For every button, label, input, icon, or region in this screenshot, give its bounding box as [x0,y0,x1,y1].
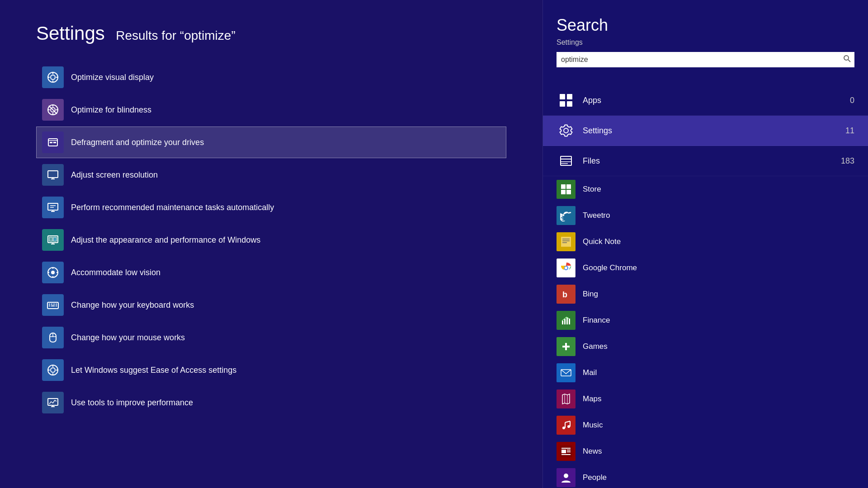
svg-rect-66 [561,184,566,189]
svg-rect-40 [56,304,57,305]
search-submit-button[interactable] [844,55,851,64]
svg-rect-105 [561,454,571,455]
apps-icon [557,91,576,110]
result-label-3: Defragment and optimize your drives [71,138,204,147]
search-panel-title: Search [557,16,854,35]
result-item-4[interactable]: Adjust screen resolution [36,159,506,191]
result-item-7[interactable]: Accommodate low vision [36,257,506,288]
category-item-files[interactable]: Files 183 [543,146,868,176]
result-label-11: Use tools to improve performance [71,398,193,408]
svg-rect-88 [560,367,572,379]
svg-rect-70 [561,237,571,247]
apps-label: Apps [583,96,850,105]
result-item-10[interactable]: Let Windows suggest Ease of Access setti… [36,354,506,386]
svg-rect-26 [49,237,52,241]
svg-rect-80 [560,314,572,326]
news-label: News [583,447,602,456]
search-input[interactable] [557,52,854,67]
svg-rect-15 [50,142,52,143]
bing-icon: b [557,285,576,304]
news-icon [557,442,576,461]
store-icon [557,180,576,199]
app-item-people[interactable]: People [543,465,868,488]
page-title: Settings [36,23,105,44]
svg-rect-58 [567,94,572,99]
result-icon-1 [42,66,64,88]
app-item-maps[interactable]: Maps [543,386,868,412]
result-icon-9 [42,327,64,348]
svg-point-1 [51,75,55,80]
svg-rect-103 [567,450,571,450]
app-item-chrome[interactable]: Google Chrome [543,255,868,281]
title-row: Settings Results for “optimize” [36,23,506,48]
category-item-settings[interactable]: Settings 11 [543,116,868,146]
tweetro-icon [557,206,576,225]
svg-rect-90 [560,393,572,405]
svg-text:b: b [562,290,567,299]
svg-rect-101 [561,448,571,449]
search-input-container [557,52,854,67]
app-item-tweetro[interactable]: Tweetro [543,202,868,229]
svg-rect-20 [48,203,58,210]
result-item-1[interactable]: Optimize visual display [36,61,506,93]
app-item-music[interactable]: Music [543,412,868,438]
svg-rect-62 [561,156,571,165]
result-item-11[interactable]: Use tools to improve performance [36,387,506,418]
svg-rect-57 [560,94,565,99]
app-item-bing[interactable]: b Bing [543,281,868,307]
app-item-finance[interactable]: Finance [543,307,868,333]
result-item-2[interactable]: Optimize for blindness [36,94,506,126]
music-icon [557,416,576,435]
mail-label: Mail [583,368,597,377]
svg-rect-104 [567,451,571,452]
quicknote-icon [557,232,576,251]
result-label-10: Let Windows suggest Ease of Access setti… [71,366,236,375]
category-item-apps[interactable]: Apps 0 [543,85,868,116]
app-item-games[interactable]: Games [543,333,868,360]
svg-rect-37 [49,304,50,305]
svg-point-61 [564,128,568,133]
tweetro-label: Tweetro [583,211,610,220]
settings-label: Settings [583,126,845,136]
people-icon [557,468,576,487]
svg-rect-87 [562,346,570,347]
svg-rect-59 [560,101,565,107]
result-label-9: Change how your mouse works [71,333,185,343]
app-item-quicknote[interactable]: Quick Note [543,229,868,255]
svg-rect-38 [51,304,52,305]
files-icon [557,151,576,170]
finance-icon [557,311,576,330]
result-item-8[interactable]: Change how your keyboard works [36,289,506,321]
svg-rect-17 [48,171,58,178]
svg-rect-81 [562,321,563,324]
result-label-6: Adjust the appearance and performance of… [71,235,260,245]
svg-rect-27 [53,237,57,241]
result-icon-3 [42,131,64,153]
svg-rect-16 [53,142,56,143]
svg-line-56 [848,60,850,62]
category-list: Apps 0 Settings 11 [543,85,868,176]
right-panel: Search Settings Apps [542,0,868,488]
svg-rect-41 [49,305,50,306]
main-content: Settings Results for “optimize” Optimize… [0,0,542,488]
app-item-mail[interactable]: Mail [543,360,868,386]
search-panel-subtitle: Settings [557,38,854,47]
app-item-store[interactable]: Store [543,176,868,202]
svg-rect-60 [567,101,572,107]
result-label-4: Adjust screen resolution [71,170,158,180]
result-label-2: Optimize for blindness [71,105,151,115]
result-item-9[interactable]: Change how your mouse works [36,322,506,353]
search-header: Search Settings [543,0,868,85]
people-label: People [583,473,607,482]
result-item-3[interactable]: Defragment and optimize your drives [36,127,506,158]
result-label-5: Perform recommended maintenance tasks au… [71,203,274,212]
result-icon-5 [42,197,64,218]
result-item-5[interactable]: Perform recommended maintenance tasks au… [36,192,506,223]
svg-rect-84 [569,319,570,324]
svg-point-55 [844,56,849,60]
svg-point-47 [51,368,55,372]
maps-label: Maps [583,394,602,404]
app-item-news[interactable]: News [543,438,868,465]
result-list: Optimize visual display Optimize for bli… [36,61,506,418]
result-item-6[interactable]: Adjust the appearance and performance of… [36,224,506,256]
